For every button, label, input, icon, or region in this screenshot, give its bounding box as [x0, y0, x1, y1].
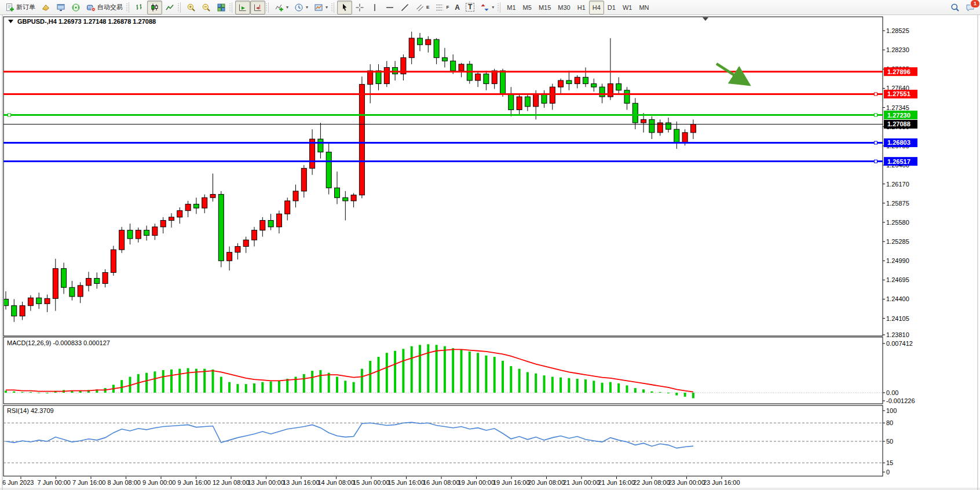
macd-histogram-bar: [261, 382, 264, 393]
macd-histogram-bar: [560, 378, 562, 393]
tile-windows-button[interactable]: [214, 1, 229, 14]
macd-histogram-bar: [120, 380, 123, 393]
dropdown-arrow-icon[interactable]: ▾: [306, 5, 308, 10]
macd-histogram-bar: [336, 376, 338, 393]
timeframe-d1[interactable]: D1: [604, 1, 619, 14]
price-axis-label: 1.25875: [886, 200, 909, 207]
macd-histogram-bar: [452, 348, 454, 393]
timeframe-h1[interactable]: H1: [574, 1, 589, 14]
time-axis-label: 21 Jun 16:00: [598, 479, 635, 486]
macd-panel[interactable]: [3, 337, 883, 404]
macd-histogram-bar: [270, 382, 272, 393]
chat-button[interactable]: 1: [963, 1, 978, 14]
time-axis-label: 21 Jun 00:00: [563, 479, 600, 486]
macd-histogram-bar: [286, 379, 288, 393]
signals-button[interactable]: [68, 1, 83, 14]
main-chart-panel[interactable]: [3, 17, 883, 336]
autotrading-icon: [86, 3, 96, 12]
macd-histogram-bar: [245, 384, 247, 393]
search-button[interactable]: [948, 1, 963, 14]
chart-shift-button[interactable]: [250, 1, 265, 14]
macd-histogram-bar: [609, 382, 612, 393]
dropdown-arrow-icon[interactable]: ▾: [492, 5, 494, 10]
time-axis-label: 12 Jun 08:00: [213, 479, 250, 486]
macd-histogram-bar: [46, 393, 49, 393]
channel-icon: [415, 3, 425, 12]
macd-histogram-bar: [253, 383, 255, 393]
rsi-axis-label: 100: [886, 407, 897, 414]
search-icon: [950, 3, 960, 12]
time-axis-label: 16 Jun 08:00: [423, 479, 460, 486]
chart-canvas[interactable]: 1.285251.282301.279351.276401.273451.270…: [0, 0, 980, 490]
macd-histogram-bar: [353, 382, 355, 393]
macd-histogram-bar: [601, 383, 604, 393]
cursor-tool-button[interactable]: [337, 1, 352, 14]
time-axis-label: 7 Jun 00:00: [38, 479, 71, 486]
trendline-tool-button[interactable]: [397, 1, 412, 14]
periods-button[interactable]: ▾: [291, 1, 311, 14]
macd-histogram-bar: [30, 392, 32, 393]
timeframe-m5[interactable]: M5: [520, 1, 535, 14]
new-order-button[interactable]: 新订单: [2, 1, 38, 14]
macd-histogram-bar: [502, 361, 504, 393]
line-handle[interactable]: [875, 93, 877, 96]
text-tool-button[interactable]: A: [452, 1, 463, 14]
timeframe-m15[interactable]: M15: [535, 1, 554, 14]
channel-tool-button[interactable]: E: [412, 1, 432, 14]
market-watch-button[interactable]: [38, 1, 53, 14]
horizontal-line-icon: [385, 3, 394, 12]
macd-label: MACD(12,26,9) -0.000833 0.000127: [7, 339, 110, 346]
line-handle[interactable]: [875, 160, 877, 163]
macd-histogram-bar: [394, 351, 396, 393]
timeframe-w1[interactable]: W1: [619, 1, 636, 14]
line-handle[interactable]: [875, 114, 877, 116]
arrows-icon: [480, 3, 489, 12]
vertical-line-tool-button[interactable]: [367, 1, 382, 14]
horizontal-line-tool-button[interactable]: [382, 1, 397, 14]
macd-histogram-bar: [684, 393, 686, 397]
bar-chart-button[interactable]: [132, 1, 147, 14]
zoom-in-button[interactable]: [184, 1, 199, 14]
autotrading-button[interactable]: 自动交易: [83, 1, 126, 14]
data-window-button[interactable]: [53, 1, 68, 14]
indicators-button[interactable]: ▾: [272, 1, 291, 14]
rsi-panel[interactable]: [3, 405, 883, 476]
macd-histogram-bar: [402, 349, 404, 393]
candlestick-chart-icon: [150, 3, 159, 12]
crosshair-tool-button[interactable]: [352, 1, 367, 14]
label-tool-icon: T: [466, 3, 474, 12]
dropdown-arrow-icon[interactable]: ▾: [326, 5, 328, 10]
auto-scroll-button[interactable]: [235, 1, 250, 14]
channel-glyph: E: [426, 5, 429, 10]
timeframe-mn[interactable]: MN: [635, 1, 652, 14]
templates-icon: [314, 3, 323, 12]
line-chart-button[interactable]: [162, 1, 177, 14]
timeframe-h4[interactable]: H4: [589, 1, 604, 14]
zoom-out-button[interactable]: [199, 1, 214, 14]
macd-histogram-bar: [659, 392, 661, 393]
price-badge-label: 1.26517: [887, 158, 910, 165]
candlestick-chart-button[interactable]: [147, 1, 162, 14]
fibonacci-glyph: F: [446, 5, 449, 10]
price-badge-label: 1.27551: [887, 90, 910, 97]
line-handle[interactable]: [8, 114, 11, 116]
macd-histogram-bar: [162, 370, 164, 393]
time-axis-label: 22 Jun 08:00: [633, 479, 670, 486]
price-axis-label: 1.25285: [886, 238, 909, 245]
time-axis-label: 14 Jun 08:00: [318, 479, 355, 486]
label-tool-button[interactable]: T: [463, 1, 477, 14]
templates-button[interactable]: ▾: [311, 1, 331, 14]
time-axis-label: 19 Jun 00:00: [458, 479, 495, 486]
macd-histogram-bar: [303, 374, 305, 393]
crosshair-icon: [355, 3, 364, 12]
tile-windows-icon: [217, 3, 226, 12]
macd-histogram-bar: [510, 366, 512, 393]
timeframe-m1[interactable]: M1: [503, 1, 519, 14]
price-axis-label: 1.26170: [886, 181, 909, 188]
arrows-tool-button[interactable]: ▾: [477, 1, 497, 14]
macd-histogram-bar: [145, 373, 148, 393]
timeframe-m30[interactable]: M30: [554, 1, 573, 14]
line-handle[interactable]: [875, 141, 877, 144]
fibonacci-tool-button[interactable]: F: [432, 1, 452, 14]
dropdown-arrow-icon[interactable]: ▾: [286, 5, 288, 10]
